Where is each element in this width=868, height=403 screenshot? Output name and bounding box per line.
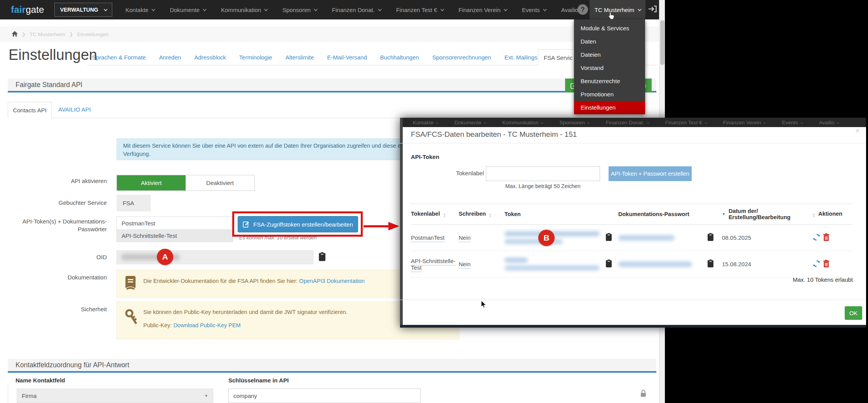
label-api-aktivieren: API aktivieren — [8, 177, 107, 185]
chevron-down-icon — [504, 7, 508, 11]
nav-item-finanzen-verein[interactable]: Finanzen Verein — [459, 7, 506, 13]
book-icon — [125, 275, 136, 293]
section-header-kontaktfeldzuordnung: Kontaktfeldzuordnung für API-Antwort — [8, 359, 656, 373]
scrollbar-thumb[interactable] — [660, 20, 664, 65]
tab-alterslimite[interactable]: Alterslimite — [285, 54, 314, 61]
token-limit-note: Max. 10 Tokens erlaubt — [411, 276, 853, 283]
schreiben-cell[interactable]: Nein — [459, 234, 471, 242]
subtab-availio-api[interactable]: AVAILIO API — [58, 106, 91, 113]
api-activate-toggle[interactable]: Aktiviert Deaktiviert — [117, 175, 255, 191]
password-value-blurred — [618, 235, 675, 241]
account-menu-trigger[interactable]: TC Musterheim — [590, 0, 645, 19]
tab-anreden[interactable]: Anreden — [159, 54, 181, 61]
create-token-button[interactable]: API-Token + Passwort erstellen — [609, 166, 692, 181]
regenerate-icon[interactable] — [812, 233, 821, 242]
hand-cursor — [608, 12, 615, 21]
breadcrumb-separator: ❯ — [69, 31, 73, 37]
dialog-bottom-edge — [400, 325, 866, 328]
tab-email-versand[interactable]: E-Mail-Versand — [327, 54, 367, 61]
tab-sprachen-formate[interactable]: Sprachen & Formate — [92, 54, 146, 61]
home-icon[interactable] — [12, 31, 18, 38]
chevron-down-icon — [638, 7, 642, 11]
header-tokenlabel[interactable]: Tokenlabel▲▼ — [411, 211, 459, 218]
tab-buchhaltungen[interactable]: Buchhaltungen — [380, 54, 419, 61]
breadcrumb-item-page: Einstellungen — [77, 31, 108, 37]
toggle-aktiviert[interactable]: Aktiviert — [117, 175, 186, 190]
tab-ext-mailings[interactable]: Ext. Mailings — [504, 54, 537, 61]
token-list[interactable]: PostmanTest API-Schnittstelle-Test — [117, 216, 233, 242]
menu-item-daten[interactable]: Daten — [574, 35, 645, 48]
dialog-ghost-navbar: Kontakte Dokumente Kommunikation Sponsor… — [403, 118, 866, 127]
annotation-circle-B: B — [538, 230, 555, 246]
copy-oid-icon[interactable] — [318, 252, 326, 263]
delete-icon[interactable] — [823, 260, 830, 269]
api-key-input[interactable]: company — [228, 389, 421, 403]
header-passwort[interactable]: Dokumentations-Passwort — [618, 211, 722, 217]
label-gebuchter-service: Gebuchter Service — [8, 199, 107, 207]
openapi3-link[interactable]: OpenAPI3 Dokumentation — [299, 278, 364, 284]
copy-password-icon[interactable] — [707, 233, 714, 242]
navbar-menu: Kontakte Dokumente Kommunikation Sponsor… — [125, 7, 584, 13]
chevron-down-icon — [203, 7, 207, 11]
nav-item-sponsoren[interactable]: Sponsoren — [282, 7, 317, 13]
token-table-row: API-Schnittstelle-Test Nein 15.08.2024 — [411, 251, 853, 277]
menu-item-promotionen[interactable]: Promotionen — [574, 88, 645, 101]
dialog-footer-divider — [400, 300, 866, 300]
delete-icon[interactable] — [823, 233, 830, 242]
close-icon[interactable]: × — [855, 126, 860, 135]
tokenlabel-cell[interactable]: PostmanTest — [411, 234, 445, 242]
dialog-left-edge — [400, 118, 403, 328]
key-icon — [125, 308, 139, 330]
security-text-line2: Public-Key: Download Public-Key PEM — [143, 322, 241, 328]
copy-token-icon[interactable] — [605, 259, 612, 269]
regenerate-icon[interactable] — [812, 260, 821, 269]
tab-terminologie[interactable]: Terminologie — [239, 54, 272, 61]
nav-item-kontakte[interactable]: Kontakte — [125, 7, 154, 13]
ok-button[interactable]: OK — [845, 306, 862, 320]
kontaktfeld-select[interactable]: Firma ▼ — [17, 389, 213, 403]
nav-item-dokumente[interactable]: Dokumente — [170, 7, 205, 13]
header-token[interactable]: Token — [504, 211, 618, 217]
label-api-tokens: API-Token(s) + Dokumentations- Passwörte… — [8, 218, 107, 233]
toggle-deaktiviert[interactable]: Deaktiviert — [186, 175, 254, 190]
menu-item-vorstand[interactable]: Vorstand — [574, 61, 645, 75]
nav-item-kommunikation[interactable]: Kommunikation — [221, 7, 267, 13]
nav-item-finanzen-donat[interactable]: Finanzen Donat. — [332, 7, 381, 13]
help-icon[interactable]: ? — [578, 4, 588, 15]
password-value-blurred — [618, 262, 692, 267]
tab-adressblock[interactable]: Adressblock — [194, 54, 226, 61]
token-list-item[interactable]: API-Schnittstelle-Test — [117, 229, 233, 242]
date-cell: 15.08.2024 — [722, 261, 812, 267]
fairgate-logo[interactable]: fairgate — [11, 4, 44, 15]
nav-item-finanzen-test[interactable]: Finanzen Test € — [396, 7, 443, 13]
header-schreiben[interactable]: Schreiben▲▼ — [459, 211, 504, 218]
security-text-line1: Sie können den Public-Key herunterladen … — [143, 309, 348, 315]
token-value-blurred — [504, 256, 602, 272]
annotation-red-arrow — [364, 221, 399, 233]
tokenlabel-input[interactable] — [486, 166, 600, 181]
header-datum[interactable]: ▼Datum der/Erstellung/Bearbeitung — [722, 208, 812, 220]
schreiben-cell[interactable]: Nein — [459, 261, 471, 269]
tokenlabel-cell[interactable]: API-Schnittstelle-Test — [411, 258, 456, 272]
annotation-circle-A: A — [157, 249, 173, 265]
download-public-key-link[interactable]: Download Public-Key PEM — [173, 322, 240, 328]
menu-item-module-services[interactable]: Module & Services — [574, 22, 645, 35]
breadcrumb-separator: ❯ — [22, 31, 26, 37]
subtab-contacts-api[interactable]: Contacts API — [8, 102, 52, 118]
role-selector[interactable]: VERWALTUNG — [54, 3, 112, 17]
tab-sponsorenrechnungen[interactable]: Sponsorenrechnungen — [432, 54, 491, 61]
copy-password-icon[interactable] — [707, 259, 714, 269]
dialog-divider — [400, 143, 866, 143]
menu-item-einstellungen-active[interactable]: Einstellungen — [574, 101, 645, 114]
logout-icon[interactable] — [648, 5, 657, 14]
annotation-red-box — [232, 211, 363, 237]
booked-service-value: FSA — [117, 195, 151, 211]
token-list-item[interactable]: PostmanTest — [117, 217, 233, 229]
nav-item-events[interactable]: Events — [522, 7, 546, 13]
menu-item-benutzerrechte[interactable]: Benutzerrechte — [574, 75, 645, 88]
menu-item-dateien[interactable]: Dateien — [574, 48, 645, 61]
tokenlabel-label: Tokenlabel — [423, 170, 484, 176]
sort-icon: ▲▼ — [443, 213, 446, 218]
copy-token-icon[interactable] — [605, 233, 612, 242]
breadcrumb-item-org[interactable]: TC Musterheim — [30, 31, 65, 37]
